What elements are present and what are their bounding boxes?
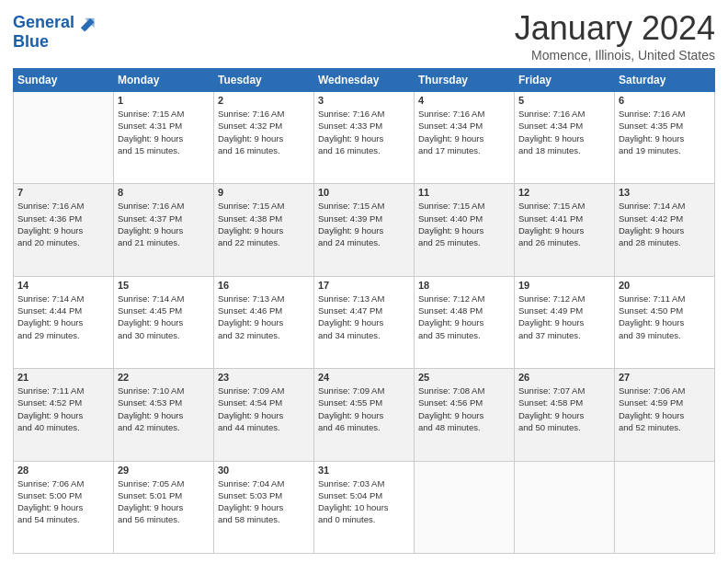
day-info: and 24 minutes. [318,236,410,248]
day-info: Sunset: 4:50 PM [619,304,711,316]
calendar-cell: 25Sunrise: 7:08 AMSunset: 4:56 PMDayligh… [415,369,515,461]
day-info: Daylight: 9 hours [218,316,310,328]
day-info: and 17 minutes. [418,144,510,156]
day-info: and 16 minutes. [218,144,310,156]
day-info: and 32 minutes. [218,329,310,341]
day-info: and 22 minutes. [218,236,310,248]
day-info: Sunset: 4:35 PM [619,120,711,132]
day-info: Sunrise: 7:12 AM [418,293,510,304]
day-info: and 34 minutes. [318,329,410,341]
day-number: 24 [318,372,410,383]
day-info: Daylight: 9 hours [218,132,310,144]
day-info: Sunrise: 7:16 AM [619,108,711,120]
day-info: Sunset: 4:59 PM [619,396,711,408]
day-info: Sunrise: 7:06 AM [619,385,711,396]
calendar-cell: 30Sunrise: 7:04 AMSunset: 5:03 PMDayligh… [214,461,314,553]
day-info: Sunrise: 7:15 AM [318,200,410,212]
day-info: Daylight: 9 hours [318,224,410,236]
day-info: Daylight: 10 hours [318,501,410,513]
logo: General Blue [13,13,96,52]
calendar-cell: 8Sunrise: 7:16 AMSunset: 4:37 PMDaylight… [114,184,214,276]
day-info: Daylight: 9 hours [17,501,109,513]
page: General Blue January 2024 Momence, Illin… [0,0,728,563]
day-info: and 40 minutes. [17,421,109,433]
calendar-cell: 20Sunrise: 7:11 AMSunset: 4:50 PMDayligh… [615,276,715,368]
day-info: Sunrise: 7:15 AM [418,200,510,212]
day-number: 9 [218,187,310,198]
calendar-cell: 17Sunrise: 7:13 AMSunset: 4:47 PMDayligh… [314,276,415,368]
day-info: Sunset: 4:31 PM [118,120,210,132]
day-info: Daylight: 9 hours [118,409,210,421]
header: General Blue January 2024 Momence, Illin… [13,9,715,63]
calendar-cell: 9Sunrise: 7:15 AMSunset: 4:38 PMDaylight… [214,184,314,276]
calendar-cell: 2Sunrise: 7:16 AMSunset: 4:32 PMDaylight… [214,92,314,184]
day-number: 23 [218,372,310,383]
day-info: Sunrise: 7:14 AM [118,293,210,304]
day-info: Sunset: 4:42 PM [619,213,711,224]
day-info: Sunset: 5:01 PM [118,489,210,501]
title-block: January 2024 Momence, Illinois, United S… [515,9,715,63]
day-info: Sunrise: 7:14 AM [619,200,711,212]
day-info: Daylight: 9 hours [118,132,210,144]
calendar-cell: 31Sunrise: 7:03 AMSunset: 5:04 PMDayligh… [314,461,415,553]
day-info: Daylight: 9 hours [619,316,711,328]
day-info: and 28 minutes. [619,236,711,248]
day-info: Sunrise: 7:16 AM [418,108,510,120]
day-info: and 25 minutes. [418,236,510,248]
day-info: Daylight: 9 hours [418,132,510,144]
calendar-cell [415,461,515,553]
day-info: Sunrise: 7:15 AM [218,200,310,212]
day-info: and 29 minutes. [17,329,109,341]
calendar-cell: 3Sunrise: 7:16 AMSunset: 4:33 PMDaylight… [314,92,415,184]
day-info: Daylight: 9 hours [619,132,711,144]
calendar-cell: 14Sunrise: 7:14 AMSunset: 4:44 PMDayligh… [14,276,114,368]
day-info: Sunset: 4:34 PM [518,120,610,132]
day-info: Daylight: 9 hours [518,224,610,236]
day-info: Sunset: 4:45 PM [118,304,210,316]
day-info: Sunset: 5:00 PM [17,489,109,501]
day-number: 14 [17,280,109,291]
day-info: Sunset: 4:58 PM [518,396,610,408]
day-info: Sunset: 5:04 PM [318,489,410,501]
day-info: Sunset: 4:52 PM [17,396,109,408]
day-number: 30 [218,465,310,476]
day-info: and 30 minutes. [118,329,210,341]
day-info: Sunrise: 7:06 AM [17,477,109,489]
day-info: and 21 minutes. [118,236,210,248]
day-info: Sunrise: 7:04 AM [218,477,310,489]
day-info: and 16 minutes. [318,144,410,156]
day-number: 29 [118,465,210,476]
day-info: and 35 minutes. [418,329,510,341]
day-number: 7 [17,187,109,198]
day-number: 26 [518,372,610,383]
day-number: 8 [118,187,210,198]
day-info: Daylight: 9 hours [619,409,711,421]
day-info: Daylight: 9 hours [318,316,410,328]
day-number: 3 [318,95,410,106]
logo-blue: Blue [13,33,49,52]
day-info: Daylight: 9 hours [418,316,510,328]
day-info: Sunrise: 7:03 AM [318,477,410,489]
day-info: Sunset: 4:53 PM [118,396,210,408]
day-info: Sunrise: 7:16 AM [118,200,210,212]
day-number: 5 [518,95,610,106]
day-number: 22 [118,372,210,383]
calendar-cell: 21Sunrise: 7:11 AMSunset: 4:52 PMDayligh… [14,369,114,461]
day-info: Sunset: 4:37 PM [118,213,210,224]
day-info: Sunrise: 7:13 AM [318,293,410,304]
day-info: Sunset: 5:03 PM [218,489,310,501]
day-info: and 37 minutes. [518,329,610,341]
col-header-friday: Friday [515,69,615,92]
day-info: and 20 minutes. [17,236,109,248]
calendar-cell: 11Sunrise: 7:15 AMSunset: 4:40 PMDayligh… [415,184,515,276]
day-info: and 50 minutes. [518,421,610,433]
calendar-cell: 7Sunrise: 7:16 AMSunset: 4:36 PMDaylight… [14,184,114,276]
day-info: and 19 minutes. [619,144,711,156]
calendar-cell: 29Sunrise: 7:05 AMSunset: 5:01 PMDayligh… [114,461,214,553]
day-info: Daylight: 9 hours [318,132,410,144]
day-info: Sunrise: 7:16 AM [218,108,310,120]
day-number: 10 [318,187,410,198]
day-info: Sunset: 4:55 PM [318,396,410,408]
calendar-cell: 5Sunrise: 7:16 AMSunset: 4:34 PMDaylight… [515,92,615,184]
day-info: Sunrise: 7:16 AM [518,108,610,120]
